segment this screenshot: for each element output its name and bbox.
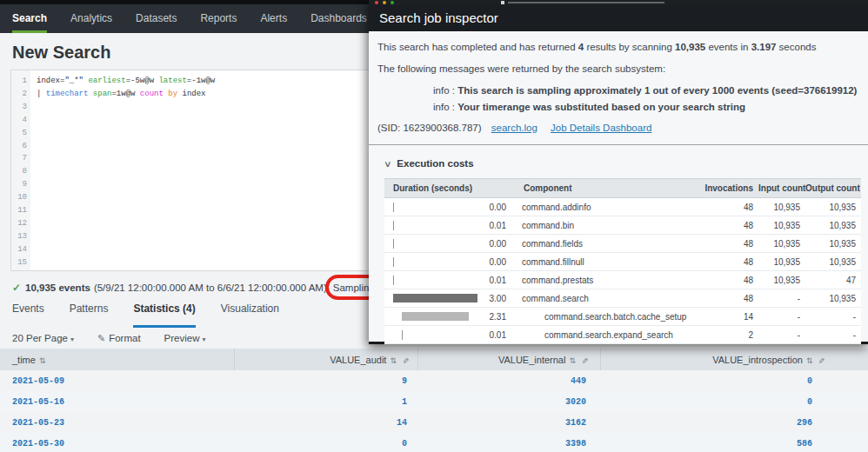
per-page-dropdown[interactable]: 20 Per Page▾	[12, 333, 74, 343]
cell-value[interactable]: 296	[600, 412, 868, 433]
inspector-title: Search job inspector	[369, 5, 868, 31]
message-info: info : Your timerange was substituted ba…	[433, 102, 859, 112]
column-header-value-audit[interactable]: VALUE_audit⇅✎	[234, 349, 417, 370]
exec-row: 0.01 command.search.expand_search 2 - -	[384, 326, 861, 344]
success-check-icon: ✓	[12, 282, 21, 294]
cell-value[interactable]: 3398	[417, 433, 600, 452]
cell-value[interactable]: 3020	[417, 391, 600, 412]
time-range: (5/9/21 12:00:00.000 AM to 6/6/21 12:00:…	[94, 282, 327, 293]
maximize-window-icon[interactable]	[391, 1, 394, 4]
sid-row: (SID: 1623900368.787) search.log Job Det…	[377, 123, 859, 133]
component-name: command.prestats	[515, 271, 698, 289]
sort-icon[interactable]: ⇅	[569, 356, 576, 365]
messages-intro: The following messages were returned by …	[377, 63, 859, 74]
cell-time[interactable]: 2021-05-30	[0, 433, 234, 452]
component-name: command.fillnull	[515, 253, 698, 271]
event-count: 10,935 events	[25, 282, 90, 293]
preview-dropdown[interactable]: Preview▾	[164, 333, 206, 343]
search-job-inspector-panel: Search job inspector This search has com…	[369, 0, 868, 344]
sort-icon[interactable]: ⇅	[390, 356, 397, 365]
close-window-icon[interactable]	[375, 1, 378, 4]
nav-item-datasets[interactable]: Datasets	[136, 4, 177, 33]
chevron-down-icon: ▾	[70, 336, 74, 343]
browser-titlebar	[369, 0, 868, 5]
editor-line-numbers: 12 34 56 78 910 1112 1314 15	[11, 70, 30, 270]
table-row: 2021-05-09 9 449 0	[0, 370, 868, 391]
nav-item-analytics[interactable]: Analytics	[70, 4, 112, 33]
address-bar	[508, 2, 664, 3]
nav-item-alerts[interactable]: Alerts	[260, 4, 287, 33]
cell-value[interactable]: 1	[234, 391, 417, 412]
tab-events[interactable]: Events	[12, 302, 44, 328]
component-name: command.search.batch.cache_setup	[515, 308, 698, 326]
statistics-table: _time⇅ VALUE_audit⇅✎ VALUE_internal⇅✎ VA…	[0, 349, 868, 452]
lock-icon	[501, 1, 504, 4]
cell-value[interactable]: 0	[600, 370, 868, 391]
format-button[interactable]: ✎Format	[97, 333, 141, 344]
column-header-value-internal[interactable]: VALUE_internal⇅✎	[417, 349, 600, 370]
exec-row: 0.00 command.addinfo 48 10,935 10,935	[384, 198, 861, 216]
table-row: 2021-05-30 0 3398 586	[0, 433, 868, 452]
cell-value[interactable]: 14	[234, 412, 417, 433]
cell-time[interactable]: 2021-05-16	[0, 391, 234, 412]
exec-col-invocations: Invocations	[698, 179, 758, 198]
pencil-icon: ✎	[97, 333, 105, 343]
divider	[369, 144, 868, 145]
tab-patterns[interactable]: Patterns	[70, 302, 109, 328]
duration-bar	[402, 330, 403, 340]
nav-item-search[interactable]: Search	[12, 4, 47, 33]
component-name: command.search	[515, 289, 698, 308]
exec-col-input: Input count	[758, 179, 805, 198]
duration-bar	[393, 203, 394, 212]
exec-col-output: Output count	[805, 179, 861, 198]
cell-value[interactable]: 0	[600, 391, 868, 412]
sid-label: (SID: 1623900368.787)	[377, 123, 482, 133]
cell-time[interactable]: 2021-05-23	[0, 412, 234, 433]
search-log-link[interactable]: search.log	[491, 123, 537, 133]
execution-costs-toggle[interactable]: ∨Execution costs	[384, 158, 859, 169]
search-summary: This search has completed and has return…	[377, 42, 859, 52]
edit-column-icon[interactable]: ✎	[401, 357, 410, 364]
tab-statistics[interactable]: Statistics (4)	[133, 302, 195, 328]
component-name: command.fields	[515, 235, 698, 253]
table-row: 2021-05-16 1 3020 0	[0, 391, 868, 412]
cell-value[interactable]: 3162	[417, 412, 600, 433]
sort-icon[interactable]: ⇅	[39, 356, 46, 365]
column-header-value-introspection[interactable]: VALUE_introspection⇅✎	[600, 349, 868, 370]
cell-value[interactable]: 449	[417, 370, 600, 391]
nav-item-dashboards[interactable]: Dashboards	[310, 4, 367, 33]
execution-costs-table: Duration (seconds) Component Invocations…	[384, 178, 861, 344]
tab-visualization[interactable]: Visualization	[221, 302, 279, 328]
cell-value[interactable]: 9	[234, 370, 417, 391]
duration-bar	[393, 276, 394, 285]
job-details-dashboard-link[interactable]: Job Details Dashboard	[551, 123, 651, 133]
exec-col-duration: Duration (seconds)	[384, 179, 515, 198]
table-header-row: _time⇅ VALUE_audit⇅✎ VALUE_internal⇅✎ VA…	[0, 349, 868, 370]
cell-value[interactable]: 0	[234, 433, 417, 452]
cell-value[interactable]: 586	[600, 433, 868, 452]
duration-bar	[393, 221, 394, 230]
duration-bar	[402, 312, 469, 321]
component-name: command.bin	[515, 216, 698, 235]
cell-time[interactable]: 2021-05-09	[0, 370, 234, 391]
edit-column-icon[interactable]: ✎	[817, 357, 825, 364]
exec-row: 0.01 command.prestats 48 10,935 47	[384, 271, 861, 289]
duration-bar	[393, 257, 394, 267]
minimize-window-icon[interactable]	[383, 1, 386, 4]
column-header-time[interactable]: _time⇅	[0, 349, 234, 370]
duration-bar	[393, 239, 394, 249]
exec-col-component: Component	[515, 179, 698, 198]
chevron-down-icon: ∨	[384, 159, 392, 169]
sort-icon[interactable]: ⇅	[806, 356, 813, 365]
exec-header-row: Duration (seconds) Component Invocations…	[384, 179, 861, 198]
exec-row: 0.01 command.bin 48 10,935 10,935	[384, 216, 861, 235]
exec-row: 0.00 command.fields 48 10,935 10,935	[384, 235, 861, 253]
exec-row: 3.00 command.search 48 - 10,935	[384, 289, 861, 308]
exec-row: 2.31 command.search.batch.cache_setup 14…	[384, 308, 861, 326]
edit-column-icon[interactable]: ✎	[580, 357, 589, 364]
component-name: command.addinfo	[515, 198, 698, 216]
nav-item-reports[interactable]: Reports	[200, 4, 237, 33]
inspector-body: This search has completed and has return…	[369, 31, 868, 344]
message-info: info : This search is sampling approxima…	[433, 85, 859, 96]
component-name: command.search.expand_search	[515, 326, 698, 344]
